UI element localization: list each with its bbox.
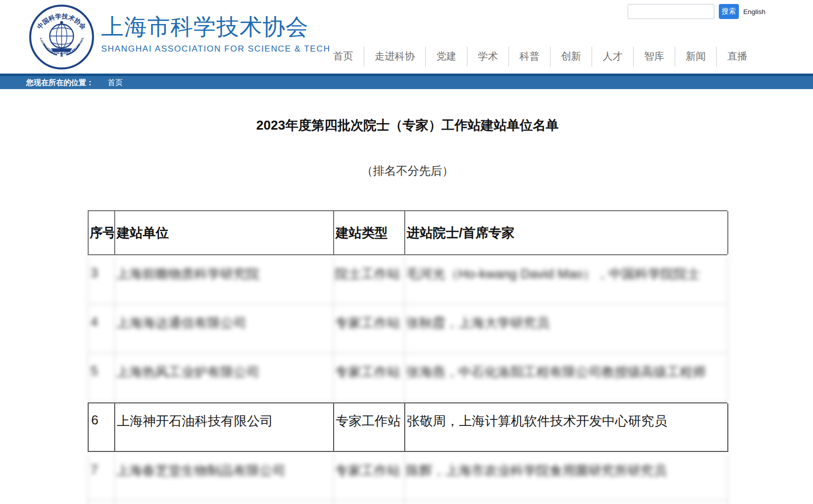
row-unit: 上海热风工业炉有限公司 [115,353,334,402]
breadcrumb-home-link[interactable]: 首页 [108,78,123,88]
column-header-type: 建站类型 [334,211,405,254]
row-unit: 上海生物科技有限公司 [115,501,334,504]
row-type: 专家工作站 [334,501,405,504]
nav-item-live[interactable]: 直播 [717,45,758,68]
row-no: 7 [88,452,115,501]
breadcrumb: 您现在所在的位置： 首页 [0,76,813,89]
nav-item-science-pop[interactable]: 科普 [509,45,550,68]
row-type: 专家工作站 [334,403,405,452]
row-no: 4 [88,304,115,353]
row-unit: 上海神开石油科技有限公司 [115,403,334,452]
search-input[interactable] [628,4,714,19]
site-title: 上海市科学技术协会 [101,14,331,40]
nav-item-home[interactable]: 首页 [323,45,364,68]
nav-item-party[interactable]: 党建 [426,45,467,68]
main-navigation: 首页 走进科协 党建 学术 科普 创新 人才 智库 新闻 直播 [323,45,758,68]
row-type: 专家工作站 [334,353,405,402]
row-no: 3 [88,255,115,304]
table-row-8-blurred-cutoff: 8 上海生物科技有限公司 专家工作站 [88,501,727,504]
row-unit: 上海海达通信有限公司 [115,304,334,353]
table-row-7-blurred: 7 上海春芝堂生物制品有限公司 专家工作站 陈辉，上海市农业科学院食用菌研究所研… [88,452,727,501]
table-header-row: 序号 建站单位 建站类型 进站院士/首席专家 [88,210,727,255]
search-button[interactable]: 搜索 [719,4,739,19]
nav-item-talent[interactable]: 人才 [592,45,633,68]
nav-item-innovation[interactable]: 创新 [551,45,592,68]
nav-item-about[interactable]: 走进科协 [364,45,425,68]
row-no: 5 [88,353,115,402]
row-type: 专家工作站 [334,452,405,501]
row-expert: 张海燕，中石化洛阳工程有限公司教授级高级工程师 [405,353,728,402]
site-title-english: SHANGHAI ASSOCIATION FOR SCIENCE & TECH [101,44,331,54]
row-no: 6 [89,403,115,452]
row-expert: 陈辉，上海市农业科学院食用菌研究所研究员 [405,452,728,501]
column-header-unit: 建站单位 [115,211,334,254]
nav-item-academic[interactable]: 学术 [467,45,508,68]
workstation-table: 序号 建站单位 建站类型 进站院士/首席专家 3 上海前瞻物质科学研究院 院士工… [88,210,727,504]
page-subtitle: （排名不分先后） [88,163,727,179]
nav-item-thinktank[interactable]: 智库 [634,45,675,68]
row-type: 院士工作站 [334,255,405,304]
row-no: 8 [88,501,115,504]
table-row-6: 6 上海神开石油科技有限公司 专家工作站 张敬周，上海计算机软件技术开发中心研究… [88,402,727,452]
row-unit: 上海春芝堂生物制品有限公司 [115,452,334,501]
page-title: 2023年度第四批次院士（专家）工作站建站单位名单 [88,117,727,134]
site-header: 中国科学技术协会 CHINA ASSOCIATION FOR SCIENCE A… [0,0,813,74]
row-type: 专家工作站 [334,304,405,353]
table-row-5-blurred: 5 上海热风工业炉有限公司 专家工作站 张海燕，中石化洛阳工程有限公司教授级高级… [88,353,727,402]
column-header-no: 序号 [89,211,115,254]
english-language-link[interactable]: English [743,8,765,16]
row-expert: 毛河光（Ho-kwang David Mao），中国科学院院士 [405,255,728,304]
cast-emblem-logo: 中国科学技术协会 CHINA ASSOCIATION FOR SCIENCE A… [28,4,95,70]
row-unit: 上海前瞻物质科学研究院 [115,255,334,304]
row-expert [405,501,728,504]
column-header-expert: 进站院士/首席专家 [405,211,728,254]
row-expert: 张秋霞，上海大学研究员 [405,304,728,353]
search-area: 搜索 English [628,4,765,19]
nav-item-news[interactable]: 新闻 [675,45,716,68]
breadcrumb-prefix: 您现在所在的位置： [26,78,94,88]
table-row-3-blurred: 3 上海前瞻物质科学研究院 院士工作站 毛河光（Ho-kwang David M… [88,255,727,304]
table-row-4-blurred: 4 上海海达通信有限公司 专家工作站 张秋霞，上海大学研究员 [88,304,727,353]
breadcrumb-bar: 您现在所在的位置： 首页 [0,74,813,89]
site-brand: 上海市科学技术协会 SHANGHAI ASSOCIATION FOR SCIEN… [101,14,331,54]
row-expert: 张敬周，上海计算机软件技术开发中心研究员 [405,403,728,452]
